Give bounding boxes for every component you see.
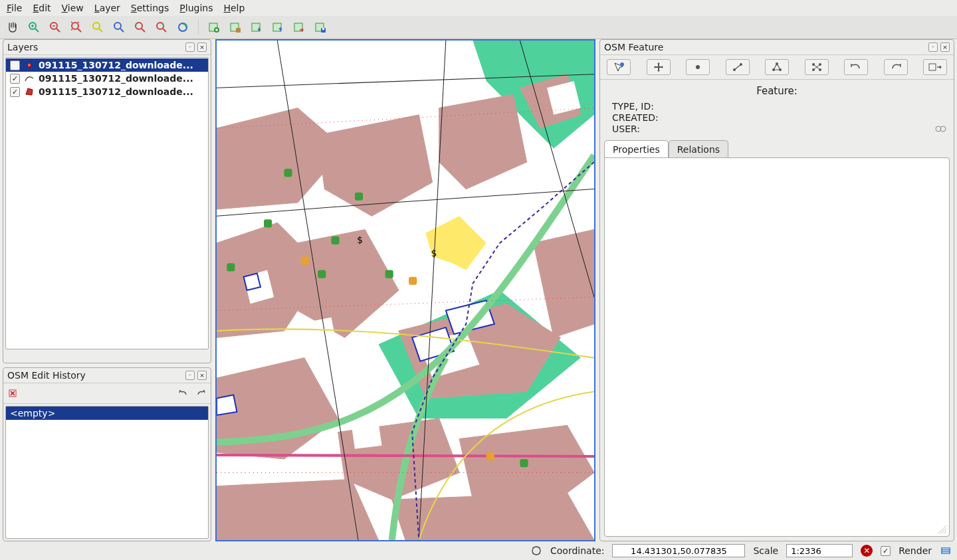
svg-rect-63	[227, 263, 235, 271]
map-canvas[interactable]: $ $	[215, 39, 595, 541]
pan-tool-button[interactable]	[4, 19, 21, 36]
osm-import-button[interactable]	[290, 19, 308, 36]
svg-marker-30	[26, 88, 33, 95]
refresh-button[interactable]	[174, 19, 191, 36]
menu-file[interactable]: FFileile	[7, 3, 22, 13]
create-point-button[interactable]	[686, 59, 710, 75]
move-feature-button[interactable]	[647, 59, 671, 75]
osm-save-button[interactable]	[312, 19, 329, 36]
svg-rect-67	[301, 256, 309, 264]
toolbar-separator	[198, 20, 199, 35]
layers-list: ✓ 091115_130712_downloade... ✓ 091115_13…	[5, 57, 209, 349]
zoom-next-button[interactable]	[153, 19, 170, 36]
svg-marker-47	[217, 480, 378, 540]
identify-feature-button[interactable]	[607, 59, 631, 75]
layer-row[interactable]: ✓ 091115_130712_downloade...	[6, 72, 208, 85]
feature-heading: Feature:	[600, 80, 954, 101]
tab-relations[interactable]: Relations	[669, 140, 728, 158]
resize-grip-icon	[936, 525, 948, 535]
menu-plugins[interactable]: Plugins	[179, 3, 213, 13]
svg-marker-58	[217, 395, 237, 415]
osm-load-button[interactable]	[205, 19, 223, 36]
layer-visibility-checkbox[interactable]: ✓	[10, 87, 20, 97]
svg-marker-57	[244, 274, 261, 290]
menu-layer[interactable]: Layer	[94, 3, 120, 13]
zoom-in-button[interactable]	[25, 19, 43, 36]
create-line-button[interactable]	[726, 59, 750, 75]
coord-input[interactable]	[612, 544, 745, 557]
svg-line-10	[99, 29, 102, 32]
osm-feature-button[interactable]	[227, 19, 244, 36]
svg-point-9	[93, 23, 100, 29]
zoom-full-button[interactable]	[68, 19, 85, 36]
svg-text:$: $	[357, 234, 363, 245]
svg-point-87	[532, 547, 540, 555]
layer-polygon-icon	[24, 86, 35, 97]
svg-line-5	[56, 29, 60, 32]
layers-shade-button[interactable]: ◦	[185, 43, 195, 52]
render-checkbox[interactable]: ✓	[881, 546, 891, 556]
svg-marker-39	[439, 94, 527, 189]
layers-close-button[interactable]: ×	[197, 43, 207, 52]
main-toolbar	[0, 16, 957, 39]
show-hide-button[interactable]	[923, 59, 947, 75]
svg-point-73	[696, 65, 700, 69]
layer-row[interactable]: ✓ 091115_130712_downloade...	[6, 58, 208, 72]
type-id-label: TYPE, ID:	[612, 101, 654, 112]
osm-download-button[interactable]	[248, 19, 265, 36]
scale-input[interactable]	[786, 544, 853, 557]
history-row[interactable]: <empty>	[6, 407, 208, 420]
menu-help[interactable]: Help	[223, 3, 245, 13]
feature-panel-title: OSM Feature	[604, 42, 928, 52]
projection-icon[interactable]	[940, 545, 952, 557]
svg-text:$: $	[431, 248, 437, 258]
layer-row[interactable]: ✓ 091115_130712_downloade...	[6, 85, 208, 98]
create-relation-button[interactable]	[805, 59, 829, 75]
undo-button[interactable]	[844, 59, 868, 75]
history-list: <empty>	[5, 406, 209, 539]
svg-rect-59	[284, 169, 292, 177]
svg-rect-60	[355, 193, 363, 201]
zoom-selection-button[interactable]	[89, 19, 106, 36]
svg-rect-84	[929, 64, 936, 70]
feature-tab-content	[604, 157, 950, 537]
osm-upload-button[interactable]	[269, 19, 286, 36]
stop-render-button[interactable]: ✕	[861, 545, 873, 557]
feature-tabs: Properties Relations	[600, 140, 954, 157]
zoom-layer-button[interactable]	[110, 19, 128, 36]
zoom-last-button[interactable]	[132, 19, 149, 36]
history-redo-button[interactable]	[193, 386, 208, 401]
feature-settings-icon[interactable]	[935, 124, 947, 136]
svg-rect-62	[331, 236, 339, 244]
create-polygon-button[interactable]	[765, 59, 789, 75]
redo-button[interactable]	[884, 59, 908, 75]
svg-rect-22	[236, 28, 241, 33]
menu-settings[interactable]: Settings	[131, 3, 169, 13]
history-close-button[interactable]: ×	[197, 371, 207, 380]
zoom-out-button[interactable]	[47, 19, 64, 36]
history-shade-button[interactable]: ◦	[185, 371, 195, 380]
menu-view[interactable]: View	[62, 3, 84, 13]
status-bar: Coordinate: Scale ✕ ✓ Render	[0, 541, 957, 560]
layer-line-icon	[24, 73, 35, 84]
layer-visibility-checkbox[interactable]: ✓	[10, 60, 20, 70]
layer-name: 091115_130712_downloade...	[39, 60, 193, 70]
menu-bar: FFileile Edit View Layer Settings Plugin…	[0, 0, 957, 16]
svg-point-11	[114, 23, 121, 29]
svg-rect-28	[322, 28, 324, 30]
history-panel-title: OSM Edit History	[7, 370, 185, 381]
svg-rect-24	[273, 23, 281, 31]
menu-edit[interactable]: Edit	[33, 3, 51, 13]
gps-icon[interactable]	[530, 545, 542, 557]
feature-shade-button[interactable]: ◦	[928, 43, 938, 52]
svg-rect-68	[409, 277, 417, 285]
tab-properties[interactable]: Properties	[604, 140, 669, 158]
layer-visibility-checkbox[interactable]: ✓	[10, 74, 20, 84]
history-undo-button[interactable]	[176, 386, 191, 401]
coord-label: Coordinate:	[550, 545, 604, 556]
svg-marker-48	[392, 493, 594, 540]
history-clear-button[interactable]	[6, 386, 21, 401]
svg-line-14	[142, 29, 145, 32]
svg-rect-66	[520, 459, 528, 467]
feature-close-button[interactable]: ×	[940, 43, 950, 52]
